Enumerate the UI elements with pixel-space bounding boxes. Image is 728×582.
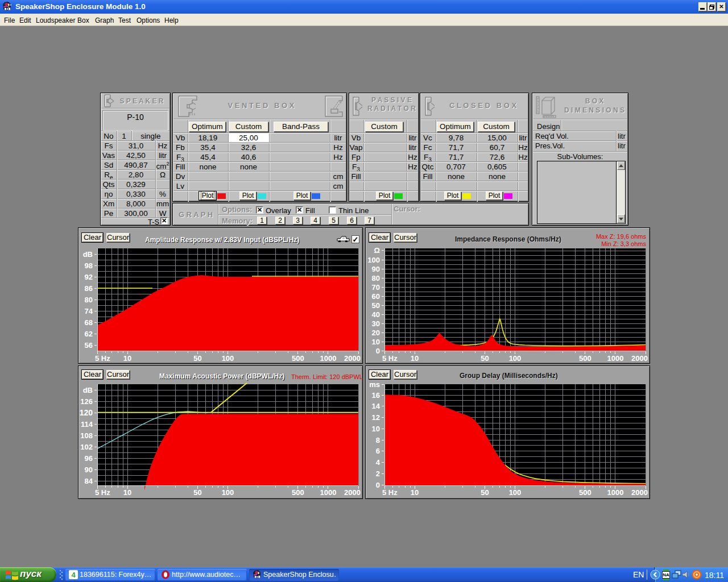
svg-text:1000: 1000 [320,354,336,363]
svg-text:10: 10 [123,488,131,497]
svg-text:62: 62 [85,330,93,338]
svg-text:ms: ms [369,380,380,389]
svg-text:30: 30 [372,319,380,328]
svg-text:16: 16 [372,391,380,400]
svg-text:100: 100 [222,488,234,497]
svg-text:6: 6 [376,447,380,455]
svg-text:50: 50 [481,488,489,497]
svg-text:74: 74 [85,307,93,315]
svg-text:2000: 2000 [631,354,648,363]
svg-text:dB: dB [83,250,93,259]
svg-text:dB: dB [83,386,93,394]
svg-text:10: 10 [411,354,419,363]
svg-text:114: 114 [81,420,93,429]
svg-text:100: 100 [367,256,380,264]
svg-text:90: 90 [85,465,93,474]
svg-text:4: 4 [71,571,76,579]
svg-text:14: 14 [372,402,380,410]
svg-text:2000: 2000 [344,354,361,363]
svg-text:10: 10 [372,338,380,346]
svg-text:84: 84 [85,477,93,485]
svg-text:2000: 2000 [344,488,361,497]
svg-text:50: 50 [193,354,201,363]
svg-text:10: 10 [372,425,380,433]
svg-text:120: 120 [80,408,93,417]
svg-text:92: 92 [85,273,93,281]
svg-text:20: 20 [372,329,380,337]
svg-text:500: 500 [579,488,592,497]
svg-text:80: 80 [372,274,380,282]
svg-text:108: 108 [80,431,93,440]
svg-text:500: 500 [579,354,592,363]
svg-text:50: 50 [193,488,201,497]
svg-text:96: 96 [85,454,93,463]
svg-text:500: 500 [292,488,304,497]
svg-text:10: 10 [411,488,419,497]
svg-text:1000: 1000 [320,488,336,497]
svg-text:40: 40 [372,310,380,319]
svg-text:68: 68 [85,318,93,327]
svg-text:2: 2 [376,469,380,478]
svg-text:1000: 1000 [607,488,623,497]
svg-text:56: 56 [85,341,93,350]
svg-text:12: 12 [372,413,380,422]
svg-text:100: 100 [509,354,522,363]
svg-text:0: 0 [376,347,380,355]
svg-text:5 Hz: 5 Hz [95,354,110,363]
svg-text:86: 86 [85,284,93,293]
svg-text:126: 126 [80,397,93,406]
svg-text:50: 50 [481,354,489,363]
svg-text:10: 10 [123,354,131,363]
svg-text:5 Hz: 5 Hz [382,354,398,363]
svg-text:2000: 2000 [631,488,648,497]
svg-text:5 Hz: 5 Hz [382,488,398,497]
svg-text:60: 60 [372,292,380,301]
svg-text:100: 100 [509,488,522,497]
svg-text:5 Hz: 5 Hz [95,488,110,497]
svg-text:0: 0 [376,481,380,489]
svg-text:50: 50 [372,301,380,310]
svg-text:1000: 1000 [607,354,623,363]
svg-text:70: 70 [372,283,380,292]
svg-text:102: 102 [80,443,93,451]
svg-text:98: 98 [85,261,93,270]
svg-text:8: 8 [376,436,380,444]
svg-text:500: 500 [292,354,304,363]
svg-text:Ω: Ω [374,246,380,255]
svg-text:4: 4 [376,458,380,467]
svg-text:80: 80 [85,296,93,304]
svg-text:90: 90 [372,265,380,273]
svg-text:100: 100 [222,354,234,363]
